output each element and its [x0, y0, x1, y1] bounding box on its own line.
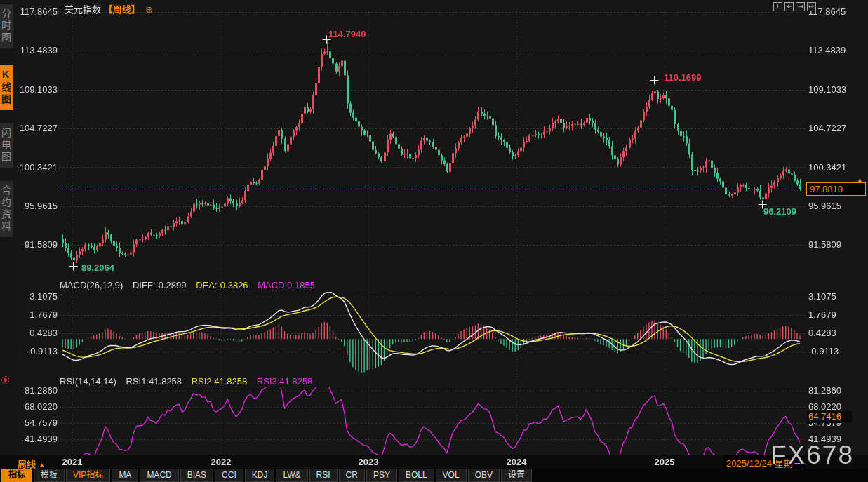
- rsi-name: RSI(14,14,14): [60, 376, 116, 387]
- sidebar-item-contract-info[interactable]: 合约资料: [0, 181, 13, 237]
- rsi-legend: RSI(14,14,14) RSI1:41.8258 RSI2:41.8258 …: [60, 376, 319, 387]
- sidebar-item-time-chart[interactable]: 分时图: [0, 4, 13, 48]
- chart-tools: + ⇤ ⇥ ↦: [773, 2, 816, 11]
- price-tick: 109.1033: [808, 84, 846, 95]
- macd-tick: 1.7679: [15, 309, 58, 320]
- toolbar-vol-button[interactable]: VOL: [436, 469, 467, 482]
- macd-diff: DIFF:-0.2899: [133, 280, 187, 290]
- toolbar-ma-button[interactable]: MA: [112, 469, 138, 482]
- rsi1: RSI1:41.8258: [126, 376, 182, 387]
- macd-tick: 3.1075: [808, 291, 836, 302]
- toolbar-vip-indicators-button[interactable]: VIP指标: [66, 469, 110, 482]
- year-tick: 2021: [51, 457, 93, 467]
- circle-plus-icon[interactable]: ⊕: [145, 4, 153, 15]
- high-2022-label: 114.7940: [328, 29, 366, 39]
- cursor-date-label: 2025/12/24 星期三: [723, 455, 805, 470]
- toolbar-template-button[interactable]: 模板: [34, 469, 65, 482]
- price-tick: 117.8645: [15, 6, 58, 17]
- price-tick: 95.9615: [15, 201, 58, 211]
- candlestick-chart-canvas[interactable]: [0, 0, 868, 482]
- rsi-tick: 54.7579: [15, 417, 58, 428]
- toolbar-indicators-button[interactable]: 指标: [1, 469, 32, 482]
- crosshair-icon[interactable]: +: [773, 2, 782, 11]
- toolbar-boll-button[interactable]: BOLL: [399, 469, 434, 482]
- price-tick: 95.9615: [808, 201, 841, 211]
- price-tick: 113.4839: [808, 45, 846, 55]
- price-tick: 91.5809: [808, 239, 841, 250]
- high-2025-label: 110.1699: [664, 72, 702, 83]
- rsi-current-value: 64.7416: [807, 411, 852, 423]
- rsi-tick: 41.4939: [808, 434, 841, 444]
- axis-compress-icon[interactable]: ⇤: [784, 2, 794, 11]
- toolbar-psy-button[interactable]: PSY: [366, 469, 397, 482]
- macd-name: MACD(26,12,9): [60, 280, 123, 290]
- macd-dea: DEA:-0.3826: [196, 280, 248, 290]
- macd-tick: 3.1075: [15, 291, 58, 302]
- toolbar-macd-button[interactable]: MACD: [140, 469, 178, 482]
- chart-title: 美元指数 【周线】 ⊕: [65, 2, 153, 15]
- chart-app: 分时图 K线图 闪电图 合约资料 美元指数 【周线】 ⊕ + ⇤ ⇥ ↦ 117…: [0, 0, 868, 482]
- axis-expand-icon[interactable]: ⇥: [796, 2, 805, 11]
- year-tick: 2023: [347, 457, 389, 467]
- toolbar-kdj-button[interactable]: KDJ: [245, 469, 275, 482]
- rsi-tick: 68.0220: [808, 401, 841, 412]
- left-tab-strip: 分时图 K线图 闪电图 合约资料: [0, 0, 14, 455]
- price-tick: 109.1033: [15, 84, 58, 95]
- price-marker-icon: ▲: [857, 176, 863, 183]
- period-selector-label: 周线: [18, 459, 36, 469]
- price-tick: 91.5809: [15, 239, 58, 250]
- rsi-tick: 81.2860: [15, 385, 58, 396]
- indicator-toolbar: 指标 模板 VIP指标 MA MACD BIAS CCI KDJ LW& RSI…: [0, 469, 868, 482]
- macd-tick: -0.9113: [15, 346, 58, 356]
- rsi2: RSI2:41.8258: [192, 376, 248, 387]
- year-tick: 2022: [200, 457, 242, 467]
- price-tick: 100.3421: [808, 162, 846, 173]
- triangle-up-icon: ▲: [39, 461, 46, 469]
- toolbar-cci-button[interactable]: CCI: [215, 469, 243, 482]
- macd-tick: -0.9113: [808, 346, 839, 356]
- sidebar-item-kline-chart[interactable]: K线图: [0, 65, 13, 110]
- toolbar-obv-button[interactable]: OBV: [468, 469, 500, 482]
- macd-value: MACD:0.1855: [258, 280, 315, 290]
- period-tag: 【周线】: [104, 4, 140, 15]
- price-tick: 104.7227: [15, 123, 58, 133]
- price-tick: 100.3421: [15, 162, 58, 173]
- rsi-tick: 68.0220: [15, 401, 58, 412]
- low-2021-label: 89.2064: [81, 262, 114, 273]
- rsi-tick: 41.4939: [15, 434, 58, 444]
- price-tick: 113.4839: [15, 45, 58, 55]
- price-tick: 104.7227: [808, 123, 846, 133]
- year-tick: 2024: [495, 457, 538, 467]
- toolbar-cr-button[interactable]: CR: [339, 469, 365, 482]
- sidebar-item-lightning-chart[interactable]: 闪电图: [0, 123, 13, 168]
- year-tick: 2025: [643, 457, 686, 467]
- macd-legend: MACD(26,12,9) DIFF:-0.2899 DEA:-0.3826 M…: [60, 280, 322, 290]
- toolbar-lwr-button[interactable]: LW&: [276, 469, 307, 482]
- rsi-tick: 81.2860: [808, 385, 841, 396]
- macd-tick: 0.4283: [15, 328, 58, 338]
- macd-tick: 1.7679: [808, 309, 836, 320]
- toolbar-bias-button[interactable]: BIAS: [180, 469, 213, 482]
- live-indicator-icon[interactable]: [1, 376, 9, 384]
- toolbar-rsi-button[interactable]: RSI: [309, 469, 338, 482]
- low-2025-label: 96.2109: [763, 206, 796, 217]
- pan-right-icon[interactable]: ↦: [807, 2, 816, 11]
- symbol-name: 美元指数: [65, 4, 101, 15]
- current-price-label: 97.8810: [806, 182, 866, 196]
- rsi3: RSI3:41.8258: [257, 376, 313, 387]
- toolbar-settings-button[interactable]: 设置: [501, 469, 532, 482]
- macd-tick: 0.4283: [808, 328, 836, 338]
